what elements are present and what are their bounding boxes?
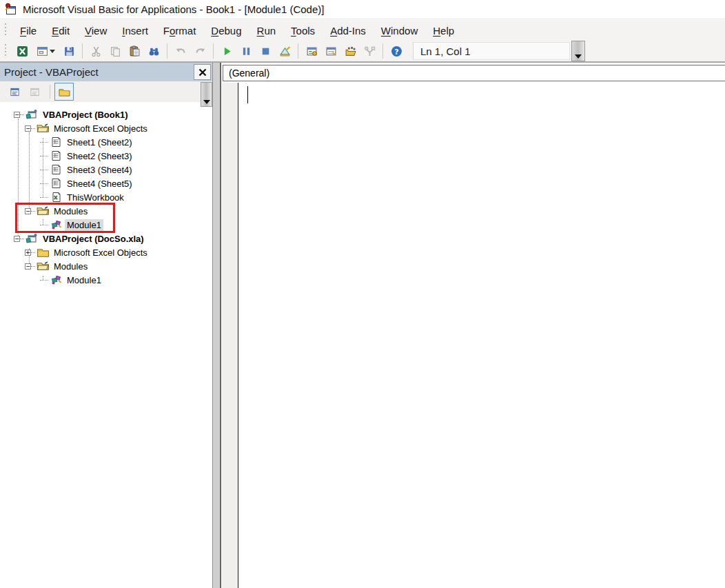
menu-item-add-ins[interactable]: Add-Ins bbox=[323, 22, 374, 39]
tree-item-vbaproject-docso[interactable]: − VBAProject (DocSo.xla) bbox=[0, 232, 212, 245]
tree-connector bbox=[40, 156, 48, 156]
project-explorer-button[interactable] bbox=[303, 42, 320, 60]
tree-connector bbox=[40, 142, 48, 143]
tree-connector bbox=[40, 170, 48, 170]
reset-button[interactable] bbox=[256, 42, 274, 60]
menu-item-edit[interactable]: Edit bbox=[44, 22, 77, 39]
toolbox-icon bbox=[364, 45, 376, 57]
paste-button[interactable] bbox=[125, 42, 143, 60]
toolbar-grip-handle[interactable] bbox=[4, 44, 7, 58]
tree-connector bbox=[40, 183, 48, 184]
folder-open-icon bbox=[37, 261, 50, 272]
tree-item-label: Modules bbox=[52, 261, 90, 272]
collapse-toggle[interactable]: − bbox=[14, 112, 20, 118]
design-mode-icon bbox=[279, 45, 291, 57]
menu-item-run[interactable]: Run bbox=[249, 22, 284, 39]
folder-open-icon bbox=[37, 205, 50, 216]
code-editor-area[interactable] bbox=[221, 83, 725, 588]
tree-item-label: Microsoft Excel Objects bbox=[52, 247, 150, 258]
help-icon: ? bbox=[391, 45, 402, 57]
project-icon bbox=[25, 109, 39, 120]
dropdown-arrow-icon[interactable] bbox=[50, 50, 55, 53]
expand-toggle[interactable]: + bbox=[25, 250, 31, 256]
view-excel-button[interactable] bbox=[13, 42, 31, 60]
toggle-folders-button[interactable] bbox=[54, 83, 74, 101]
panel-splitter[interactable] bbox=[212, 63, 221, 588]
title-bar: Microsoft Visual Basic for Applications … bbox=[0, 0, 725, 19]
save-icon bbox=[63, 45, 75, 57]
tree-item-label: Sheet2 (Sheet3) bbox=[65, 150, 134, 162]
svg-text:?: ? bbox=[394, 47, 398, 56]
menu-item-debug[interactable]: Debug bbox=[203, 22, 249, 39]
tree-item-excel-objects[interactable]: − Microsoft Excel Objects bbox=[0, 121, 212, 135]
menu-item-tools[interactable]: Tools bbox=[283, 22, 323, 39]
chevron-down-icon bbox=[575, 54, 582, 59]
collapse-toggle[interactable]: − bbox=[25, 125, 31, 132]
toolbar-options-button[interactable] bbox=[571, 41, 585, 61]
label-part: W bbox=[381, 25, 391, 37]
run-button[interactable] bbox=[218, 42, 236, 60]
tree-item-module1-book1[interactable]: Module1 bbox=[0, 218, 212, 232]
label-part: dit bbox=[59, 25, 70, 37]
collapse-toggle[interactable]: − bbox=[25, 263, 31, 270]
undo-icon bbox=[175, 45, 187, 57]
tree-connector bbox=[20, 114, 24, 115]
tree-item-label: Sheet3 (Sheet4) bbox=[65, 164, 134, 176]
tree-item-thisworkbook[interactable]: ThisWorkbook bbox=[0, 190, 212, 204]
view-object-button[interactable] bbox=[25, 83, 43, 100]
collapse-toggle[interactable]: − bbox=[25, 208, 31, 214]
menu-item-insert[interactable]: Insert bbox=[114, 22, 156, 39]
menu-item-window[interactable]: Window bbox=[374, 22, 425, 39]
menu-item-help[interactable]: Help bbox=[425, 22, 462, 39]
break-icon bbox=[241, 45, 252, 57]
label-part: elp bbox=[440, 25, 454, 37]
properties-window-button[interactable] bbox=[322, 42, 340, 60]
tree-item-modules-book1[interactable]: − Modules bbox=[0, 204, 212, 218]
project-explorer-panel: Project - VBAProject bbox=[0, 63, 212, 588]
tree-item-sheet3[interactable]: Sheet3 (Sheet4) bbox=[0, 163, 212, 176]
copy-button[interactable] bbox=[106, 42, 124, 60]
object-selector-dropdown[interactable]: (General) bbox=[223, 65, 725, 81]
tree-connector bbox=[20, 239, 24, 239]
copy-icon bbox=[110, 45, 121, 57]
code-window: (General) bbox=[221, 63, 725, 588]
label-part: H bbox=[433, 25, 440, 37]
design-mode-button[interactable] bbox=[276, 42, 294, 60]
close-panel-button[interactable] bbox=[194, 64, 211, 80]
save-button[interactable] bbox=[60, 42, 78, 60]
tree-item-vbaproject-book1[interactable]: − VBAProject (Book1) bbox=[0, 108, 212, 121]
break-button[interactable] bbox=[237, 42, 255, 60]
menu-item-view[interactable]: View bbox=[77, 22, 114, 39]
tree-item-module1-docso[interactable]: Module1 bbox=[0, 273, 212, 287]
help-button[interactable]: ? bbox=[387, 42, 405, 60]
label-part: F bbox=[20, 25, 26, 37]
insert-userform-button[interactable] bbox=[32, 42, 59, 60]
menu-item-file[interactable]: File bbox=[12, 22, 44, 39]
tree-connector bbox=[31, 128, 35, 129]
tree-item-sheet1[interactable]: Sheet1 (Sheet2) bbox=[0, 135, 212, 149]
tree-item-excel-objects-docso[interactable]: + Microsoft Excel Objects bbox=[0, 245, 212, 259]
toolbar-separator bbox=[50, 85, 50, 99]
menubar-grip-handle[interactable] bbox=[4, 23, 7, 37]
margin-indicator-bar[interactable] bbox=[222, 83, 238, 588]
redo-button[interactable] bbox=[191, 42, 209, 60]
label-part: ools bbox=[296, 25, 316, 37]
view-code-button[interactable] bbox=[6, 83, 23, 100]
object-browser-button[interactable] bbox=[341, 42, 359, 60]
project-panel-header[interactable]: Project - VBAProject bbox=[0, 63, 212, 81]
userform-icon bbox=[37, 45, 48, 57]
label-part: rmat bbox=[175, 25, 196, 37]
object-selector-value: (General) bbox=[229, 68, 269, 79]
toolbox-button[interactable] bbox=[360, 42, 378, 60]
collapse-toggle[interactable]: − bbox=[14, 236, 20, 242]
tree-item-sheet4[interactable]: Sheet4 (Sheet5) bbox=[0, 176, 212, 190]
menu-item-format[interactable]: Format bbox=[156, 22, 204, 39]
tree-item-label: Sheet4 (Sheet5) bbox=[65, 178, 134, 190]
cut-button[interactable] bbox=[87, 42, 105, 60]
object-browser-icon bbox=[345, 45, 356, 57]
undo-button[interactable] bbox=[172, 42, 190, 60]
find-button[interactable] bbox=[145, 42, 163, 60]
standard-toolbar: ? Ln 1, Col 1 bbox=[0, 41, 725, 63]
tree-item-sheet2[interactable]: Sheet2 (Sheet3) bbox=[0, 149, 212, 163]
tree-item-modules-docso[interactable]: − Modules bbox=[0, 259, 212, 273]
